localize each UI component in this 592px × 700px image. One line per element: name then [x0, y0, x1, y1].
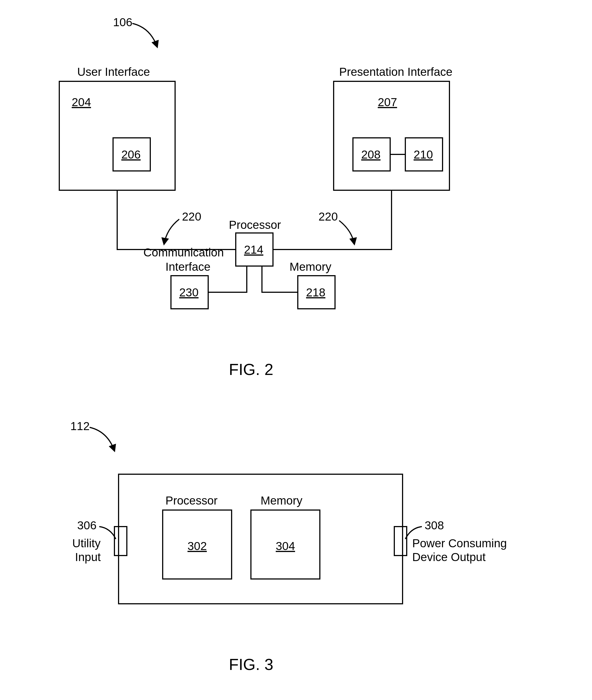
processor-ref: 214: [244, 243, 263, 256]
left-port-label2: Input: [75, 551, 101, 563]
left-bus-label: 220: [182, 210, 201, 223]
memory-title: Memory: [290, 260, 332, 273]
presentation-child-right-ref: 210: [413, 148, 433, 161]
right-port-label1: Power Consuming: [412, 537, 507, 550]
fig3-processor-title: Processor: [165, 494, 217, 507]
left-bus-arrow: [164, 219, 179, 244]
fig3-pointer-label: 112: [70, 419, 90, 433]
memory-ref: 218: [306, 286, 326, 299]
fig2-caption: FIG. 2: [229, 360, 273, 378]
processor-to-comm: [208, 266, 247, 292]
fig3-caption: FIG. 3: [229, 655, 273, 673]
comm-interface-title1: Communication: [143, 246, 224, 259]
fig2-pointer-arrow: [132, 23, 157, 47]
left-bus: [117, 190, 236, 250]
processor-title: Processor: [229, 218, 281, 231]
comm-interface-title2: Interface: [165, 260, 210, 273]
right-port-box: [394, 527, 407, 555]
left-port-leader: [99, 527, 116, 539]
fig3-main-box: [118, 474, 403, 604]
user-interface-title: User Interface: [77, 65, 150, 78]
presentation-child-left-ref: 208: [361, 148, 381, 161]
fig3-pointer-arrow: [90, 427, 114, 451]
right-bus-label: 220: [318, 210, 338, 223]
right-port-ref: 308: [425, 519, 444, 532]
fig3-memory-ref: 304: [276, 540, 295, 552]
right-bus-arrow: [339, 220, 354, 244]
left-port-box: [114, 527, 127, 555]
presentation-interface-ref: 207: [378, 96, 397, 109]
left-port-label1: Utility: [72, 537, 101, 550]
user-interface-ref: 204: [72, 96, 91, 109]
fig3-memory-title: Memory: [260, 494, 302, 507]
user-interface-child-ref: 206: [121, 148, 141, 161]
fig3-processor-ref: 302: [188, 540, 207, 552]
right-port-label2: Device Output: [412, 551, 486, 563]
fig2-pointer-label: 106: [113, 16, 132, 29]
presentation-interface-title: Presentation Interface: [339, 65, 452, 78]
left-port-ref: 306: [77, 519, 97, 532]
comm-interface-ref: 230: [179, 286, 199, 299]
